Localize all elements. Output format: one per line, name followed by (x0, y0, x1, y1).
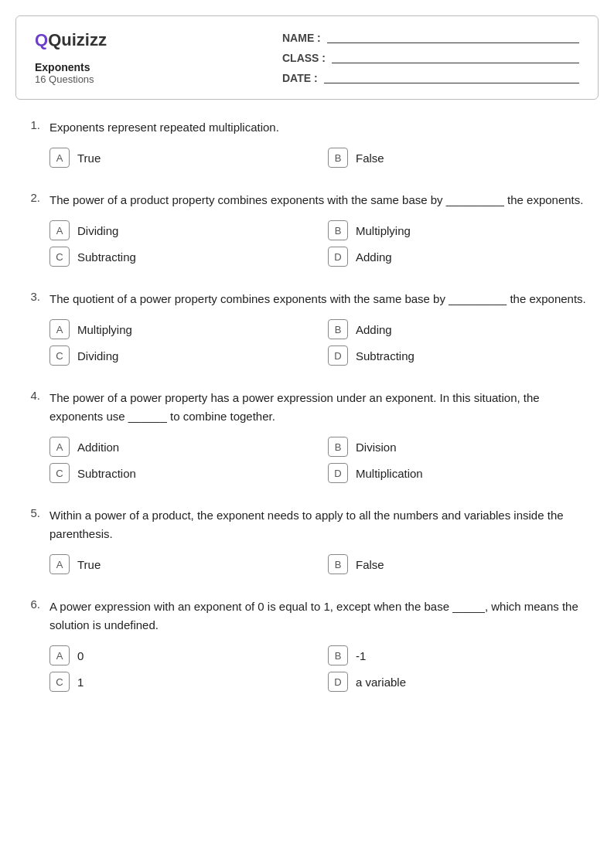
logo-icon: Q (35, 30, 48, 49)
option-letter-b: B (328, 554, 348, 574)
option-letter-d: D (328, 345, 348, 366)
question-3: 3.The quotient of a power property combi… (23, 290, 591, 366)
option-text-1-a: True (77, 151, 101, 165)
question-6-option-c[interactable]: C1 (49, 672, 312, 692)
option-text-6-c: 1 (77, 676, 84, 689)
option-text-5-b: False (356, 558, 384, 571)
logo: QQuizizz (35, 30, 282, 50)
question-3-number: 3. (23, 290, 40, 308)
question-5-option-a[interactable]: ATrue (49, 554, 312, 574)
option-text-6-a: 0 (77, 649, 84, 662)
option-text-3-c: Dividing (77, 349, 118, 363)
question-4-option-d[interactable]: DMultiplication (328, 463, 591, 483)
question-2-option-b[interactable]: BMultiplying (328, 220, 591, 240)
option-letter-b: B (328, 220, 348, 240)
question-1: 1.Exponents represent repeated multiplic… (23, 118, 591, 168)
question-2-option-d[interactable]: DAdding (328, 247, 591, 267)
question-4-number: 4. (23, 389, 40, 426)
option-letter-a: A (49, 554, 70, 574)
option-letter-a: A (49, 437, 70, 457)
question-4-header: 4.The power of a power property has a po… (23, 389, 591, 426)
option-text-4-d: Multiplication (356, 467, 423, 480)
question-1-text: Exponents represent repeated multiplicat… (49, 118, 279, 137)
class-label: CLASS : (282, 52, 326, 64)
option-text-2-a: Dividing (77, 224, 118, 237)
questions-section: 1.Exponents represent repeated multiplic… (15, 118, 599, 692)
question-4: 4.The power of a power property has a po… (23, 389, 591, 483)
option-letter-c: C (49, 247, 70, 267)
option-text-5-a: True (77, 558, 101, 571)
question-4-option-c[interactable]: CSubtraction (49, 463, 312, 483)
header-box: QQuizizz Exponents 16 Questions NAME : C… (15, 15, 599, 100)
option-letter-c: C (49, 345, 70, 366)
question-6-option-b[interactable]: B-1 (328, 645, 591, 665)
name-line (327, 32, 579, 43)
question-1-header: 1.Exponents represent repeated multiplic… (23, 118, 591, 137)
option-text-2-c: Subtracting (77, 250, 136, 264)
date-label: DATE : (282, 72, 318, 84)
question-6-options: A0B-1C1Da variable (49, 645, 591, 692)
option-text-3-a: Multiplying (77, 323, 132, 336)
header-left: QQuizizz Exponents 16 Questions (35, 30, 282, 85)
option-letter-d: D (328, 672, 348, 692)
question-4-options: AAdditionBDivisionCSubtractionDMultiplic… (49, 437, 591, 483)
option-text-4-a: Addition (77, 441, 119, 454)
option-text-4-c: Subtraction (77, 467, 136, 480)
question-3-option-d[interactable]: DSubtracting (328, 345, 591, 366)
question-3-option-a[interactable]: AMultiplying (49, 319, 312, 339)
logo-text: Quizizz (48, 30, 107, 49)
question-2: 2.The power of a product property combin… (23, 191, 591, 267)
question-3-option-b[interactable]: BAdding (328, 319, 591, 339)
question-6: 6.A power expression with an exponent of… (23, 597, 591, 692)
name-label: NAME : (282, 32, 321, 44)
option-letter-a: A (49, 148, 70, 168)
question-1-options: ATrueBFalse (49, 148, 591, 168)
option-letter-c: C (49, 463, 70, 483)
question-4-text: The power of a power property has a powe… (49, 389, 591, 426)
question-3-header: 3.The quotient of a power property combi… (23, 290, 591, 308)
option-text-1-b: False (356, 151, 384, 165)
question-6-number: 6. (23, 597, 40, 635)
quiz-title: Exponents (35, 61, 282, 73)
question-5-number: 5. (23, 506, 40, 543)
option-text-2-b: Multiplying (356, 224, 411, 237)
question-4-option-a[interactable]: AAddition (49, 437, 312, 457)
question-4-option-b[interactable]: BDivision (328, 437, 591, 457)
class-field-row: CLASS : (282, 52, 579, 64)
option-text-6-d: a variable (356, 676, 406, 689)
option-text-4-b: Division (356, 441, 397, 454)
question-3-options: AMultiplyingBAddingCDividingDSubtracting (49, 319, 591, 366)
option-letter-c: C (49, 672, 70, 692)
question-6-header: 6.A power expression with an exponent of… (23, 597, 591, 635)
option-letter-b: B (328, 645, 348, 665)
option-letter-a: A (49, 645, 70, 665)
question-5-options: ATrueBFalse (49, 554, 591, 574)
question-1-number: 1. (23, 118, 40, 137)
option-letter-a: A (49, 220, 70, 240)
date-line (324, 73, 579, 83)
quiz-subtitle: 16 Questions (35, 73, 282, 85)
name-field-row: NAME : (282, 32, 579, 44)
question-5-option-b[interactable]: BFalse (328, 554, 591, 574)
option-letter-b: B (328, 148, 348, 168)
header-right: NAME : CLASS : DATE : (282, 30, 579, 85)
class-line (332, 53, 579, 63)
option-text-2-d: Adding (356, 250, 392, 264)
question-6-option-d[interactable]: Da variable (328, 672, 591, 692)
question-1-option-a[interactable]: ATrue (49, 148, 312, 168)
option-letter-b: B (328, 319, 348, 339)
date-field-row: DATE : (282, 72, 579, 84)
question-2-options: ADividingBMultiplyingCSubtractingDAdding (49, 220, 591, 267)
option-text-6-b: -1 (356, 649, 366, 662)
question-2-option-a[interactable]: ADividing (49, 220, 312, 240)
question-6-option-a[interactable]: A0 (49, 645, 312, 665)
question-1-option-b[interactable]: BFalse (328, 148, 591, 168)
question-6-text: A power expression with an exponent of 0… (49, 597, 591, 635)
question-2-number: 2. (23, 191, 40, 209)
question-3-text: The quotient of a power property combine… (49, 290, 586, 308)
question-3-option-c[interactable]: CDividing (49, 345, 312, 366)
question-2-option-c[interactable]: CSubtracting (49, 247, 312, 267)
question-2-text: The power of a product property combines… (49, 191, 583, 209)
option-letter-d: D (328, 463, 348, 483)
option-letter-d: D (328, 247, 348, 267)
